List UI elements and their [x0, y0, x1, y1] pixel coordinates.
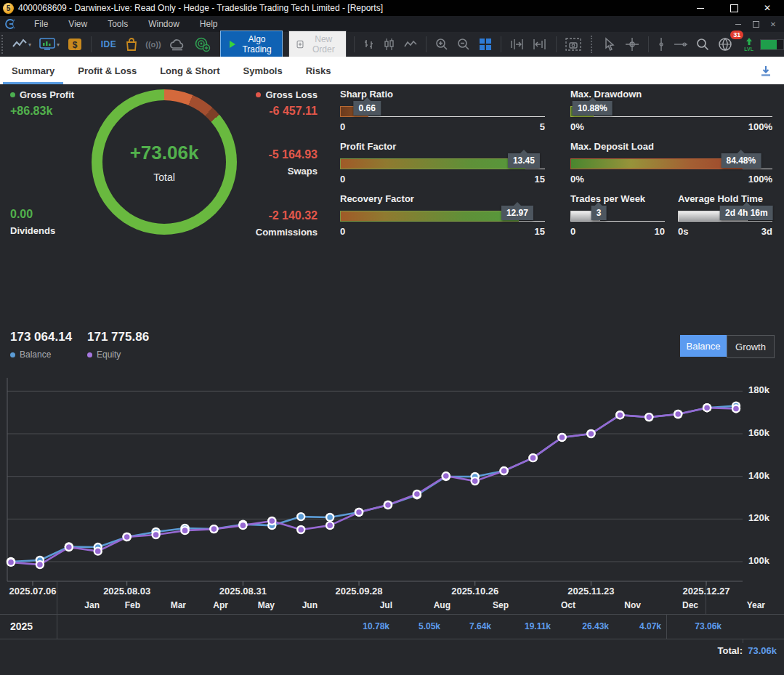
menu-item-help[interactable]: Help: [190, 16, 228, 32]
candlestick-type-icon[interactable]: [379, 35, 400, 54]
month-column-header: Apr: [213, 600, 228, 610]
table-column-divider: [706, 586, 706, 614]
gross-loss-value: -6 457.11: [256, 105, 318, 118]
maximize-button[interactable]: [717, 0, 751, 16]
notification-badge: 31: [730, 31, 743, 39]
auto-scroll-icon[interactable]: [528, 35, 551, 54]
recovery-factor-fill: [340, 211, 519, 222]
tab-symbols[interactable]: Symbols: [231, 57, 294, 84]
line-chart-type-icon[interactable]: [400, 35, 421, 54]
max-drawdown-label: Max. Drawdown: [570, 89, 772, 100]
community-icon[interactable]: 31: [714, 35, 737, 54]
chart-profile-icon[interactable]: ▾: [35, 35, 63, 54]
mdi-restore-button[interactable]: [751, 19, 761, 29]
new-chart-icon[interactable]: ▾: [8, 35, 35, 54]
minimize-button[interactable]: [684, 0, 717, 16]
tab-long-short[interactable]: Long & Short: [148, 57, 231, 84]
max-drawdown-min-label: 0%: [570, 121, 584, 132]
mdi-close-button[interactable]: ✕: [768, 19, 778, 29]
balance-toggle-button[interactable]: Balance: [680, 335, 727, 357]
vertical-line-tool-icon[interactable]: [652, 35, 670, 54]
market-bag-icon[interactable]: [121, 35, 142, 54]
tab-summary[interactable]: Summary: [0, 57, 66, 84]
menu-item-window[interactable]: Window: [138, 16, 190, 32]
new-order-button[interactable]: New Order: [288, 31, 347, 58]
month-column-header: Nov: [624, 600, 641, 610]
export-report-button[interactable]: [748, 57, 784, 84]
menu-item-file[interactable]: File: [24, 16, 58, 32]
trades-per-week-label: Trades per Week: [570, 193, 665, 204]
crosshair-icon[interactable]: [621, 35, 644, 54]
monthly-profit-value: 19.11k: [525, 621, 551, 631]
gross-profit-value: +86.83k: [10, 105, 74, 118]
menu-item-view[interactable]: View: [58, 16, 97, 32]
tile-windows-icon[interactable]: [474, 35, 496, 54]
cursor-icon[interactable]: [599, 35, 621, 54]
gross-profit-dot-icon: [10, 92, 15, 97]
zoom-in-icon[interactable]: [431, 35, 453, 54]
ide-button[interactable]: IDE: [96, 35, 122, 54]
bar-chart-type-icon[interactable]: [359, 35, 379, 54]
zoom-out-icon[interactable]: [453, 35, 474, 54]
signals-icon[interactable]: ((o)): [142, 35, 164, 54]
profit-factor-min-label: 0: [340, 174, 345, 185]
cloud-icon[interactable]: [165, 35, 190, 54]
menu-item-tools[interactable]: Tools: [97, 16, 138, 32]
month-column-header: Year: [747, 600, 765, 610]
recovery-factor-value-badge: 12.97: [501, 206, 533, 220]
commissions-block: -2 140.32 Commissions: [256, 209, 318, 238]
toolbar-drag-handle[interactable]: [1, 35, 5, 54]
tab-profit-loss[interactable]: Profit & Loss: [66, 57, 148, 84]
table-column-divider: [57, 581, 57, 639]
max-deposit-load-gauge: Max. Deposit Load0%100%84.48%: [570, 141, 772, 185]
sharp-ratio-label: Sharp Ratio: [340, 89, 545, 100]
x-axis-label: 2025.08.03: [103, 586, 150, 597]
sharp-ratio-gauge: Sharp Ratio050.66: [340, 89, 545, 133]
deposit-icon[interactable]: $: [63, 35, 86, 54]
resource-usage-bar: [760, 39, 784, 50]
toolbar: ▾ ▾ $ IDE ((o)) Algo Trading New Order: [0, 32, 784, 57]
window-title: 4000068609 - Darwinex-Live: Read Only - …: [18, 3, 383, 13]
equity-dot-icon: [87, 352, 92, 357]
copy-trading-icon[interactable]: [190, 35, 214, 54]
month-column-header: Jul: [380, 600, 392, 610]
avg-hold-time-value-badge: 2d 4h 16m: [720, 206, 773, 220]
equity-value: 171 775.86: [87, 330, 149, 344]
mdi-minimize-button[interactable]: [733, 19, 743, 29]
search-icon[interactable]: [692, 35, 714, 54]
mdi-window-controls: ✕: [733, 19, 784, 29]
swaps-label: Swaps: [268, 166, 318, 177]
equity-summary: 171 775.86 Equity: [87, 330, 149, 360]
shift-end-icon[interactable]: [505, 35, 528, 54]
balance-header: 173 064.14 Balance 171 775.86 Equity Bal…: [0, 324, 784, 368]
level-icon[interactable]: LVL: [741, 35, 756, 54]
commissions-value: -2 140.32: [256, 209, 318, 222]
gross-loss-dot-icon: [256, 92, 261, 97]
month-column-header: Jan: [84, 600, 100, 610]
close-button[interactable]: ✕: [751, 0, 784, 16]
profit-donut-chart: +73.06k Total: [92, 89, 237, 235]
table-divider: [0, 639, 784, 639]
month-column-header: May: [258, 600, 275, 610]
recovery-factor-gauge: Recovery Factor01512.97: [340, 193, 545, 238]
screenshot-icon[interactable]: [561, 35, 586, 54]
dividends-value: 0.00: [10, 208, 55, 221]
summary-panel: Gross Profit +86.83k 0.00 Dividends +73.…: [0, 84, 784, 324]
gross-profit-block: Gross Profit +86.83k: [10, 88, 74, 118]
y-axis-label: 140k: [748, 470, 780, 481]
month-column-header: Oct: [561, 600, 575, 610]
trades-per-week-bar: [570, 211, 665, 222]
download-icon: [759, 65, 772, 77]
monthly-profit-value: 4.07k: [639, 621, 661, 631]
tab-risks[interactable]: Risks: [294, 57, 343, 84]
trades-per-week-value-badge: 3: [591, 206, 607, 220]
gross-loss-label: Gross Loss: [265, 89, 318, 100]
max-deposit-load-value-badge: 84.48%: [721, 153, 761, 168]
menu-bar: FileViewToolsWindowHelp ✕: [0, 16, 784, 32]
commissions-label: Commissions: [256, 227, 318, 238]
balance-equity-chart[interactable]: [0, 363, 784, 590]
horizontal-line-tool-icon[interactable]: [670, 35, 692, 54]
monthly-profit-value: 10.78k: [363, 621, 389, 631]
growth-toggle-button[interactable]: Growth: [727, 335, 775, 358]
algo-trading-button[interactable]: Algo Trading: [220, 31, 283, 58]
